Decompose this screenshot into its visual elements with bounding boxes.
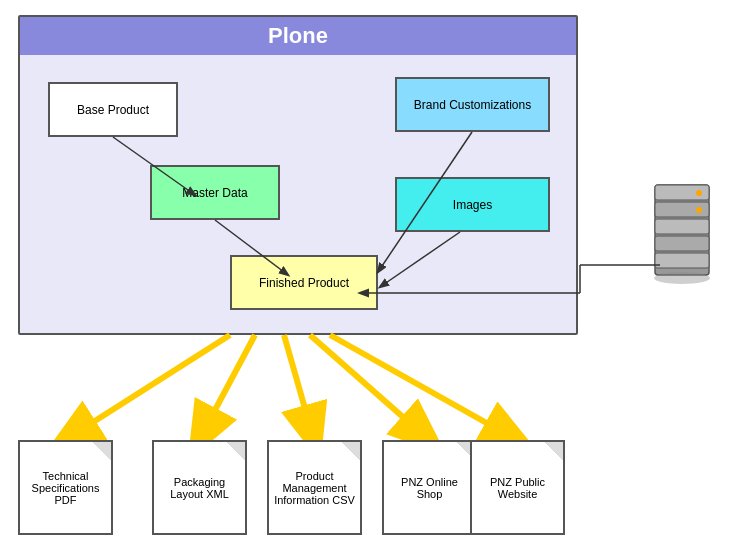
svg-rect-7 [655, 219, 709, 234]
svg-line-16 [65, 335, 230, 440]
svg-line-19 [310, 335, 429, 440]
svg-point-12 [654, 272, 710, 284]
node-master-data: Master Data [150, 165, 280, 220]
svg-point-11 [696, 207, 702, 213]
plone-title: Plone [20, 17, 576, 55]
svg-point-10 [696, 190, 702, 196]
node-images: Images [395, 177, 550, 232]
svg-rect-8 [655, 236, 709, 251]
svg-line-20 [330, 335, 517, 440]
doc-packaging: Packaging Layout XML [152, 440, 247, 535]
svg-rect-9 [655, 253, 709, 268]
doc-tech-spec: Technical Specifications PDF [18, 440, 113, 535]
svg-line-3 [380, 232, 460, 287]
svg-line-18 [284, 335, 314, 440]
node-finished-product: Finished Product [230, 255, 378, 310]
node-base-product: Base Product [48, 82, 178, 137]
doc-product-mgmt: Product Management Information CSV [267, 440, 362, 535]
plone-container: Plone Base Product Brand Customizations … [18, 15, 578, 335]
doc-pnz-website: PNZ Public Website [470, 440, 565, 535]
node-brand-customizations: Brand Customizations [395, 77, 550, 132]
svg-line-17 [199, 335, 255, 440]
server-icon [647, 180, 717, 290]
doc-pnz-shop: PNZ Online Shop [382, 440, 477, 535]
